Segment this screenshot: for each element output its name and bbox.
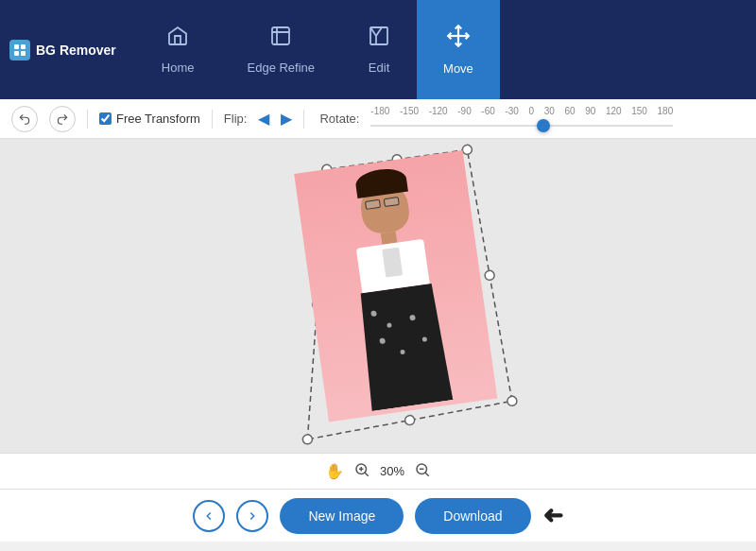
svg-point-11	[462, 145, 472, 155]
edge-refine-icon	[269, 25, 292, 53]
redo-button[interactable]	[49, 106, 76, 132]
tab-edit[interactable]: Edit	[341, 0, 417, 99]
tab-home[interactable]: Home	[135, 0, 221, 99]
rotate-ruler[interactable]: -180-150-120-90-60-300306090120150180	[370, 108, 673, 130]
hand-tool-button[interactable]: ✋	[325, 462, 344, 480]
svg-point-15	[484, 270, 494, 281]
divider-2	[212, 110, 213, 129]
flip-label: Flip:	[224, 112, 248, 126]
tab-move-label: Move	[443, 61, 473, 76]
nav-tabs: Home Edge Refine Edit	[135, 0, 500, 99]
zoom-value: 30%	[380, 464, 404, 478]
tab-edge-refine-label: Edge Refine	[248, 60, 316, 75]
prev-button[interactable]	[193, 500, 225, 532]
undo-button[interactable]	[11, 106, 38, 132]
rotate-label: Rotate:	[319, 112, 359, 126]
free-transform-label: Free Transform	[116, 112, 200, 126]
tab-home-label: Home	[162, 60, 195, 75]
zoom-bar: ✋ 30%	[0, 453, 756, 489]
svg-rect-3	[21, 51, 26, 56]
home-icon	[166, 25, 189, 53]
rotate-thumb[interactable]	[537, 119, 550, 132]
svg-point-12	[507, 396, 517, 406]
image-content	[294, 150, 497, 422]
download-button[interactable]: Download	[415, 498, 530, 534]
free-transform-checkbox[interactable]: Free Transform	[99, 112, 200, 126]
edit-icon	[368, 25, 390, 53]
svg-rect-4	[272, 27, 289, 44]
divider-3	[303, 110, 304, 129]
tab-edge-refine[interactable]: Edge Refine	[221, 0, 342, 99]
nav-bar: BG Remover Home Edge Refine	[0, 0, 756, 99]
svg-line-23	[425, 473, 429, 476]
bottom-bar: New Image Download ➜	[0, 489, 756, 542]
logo-icon	[9, 40, 30, 60]
next-button[interactable]	[236, 500, 268, 532]
rotate-tick-labels: -180-150-120-90-60-300306090120150180	[370, 106, 673, 116]
svg-point-9	[302, 434, 313, 444]
arrow-hint-icon: ➜	[542, 501, 563, 530]
free-transform-input[interactable]	[99, 112, 112, 125]
svg-point-16	[404, 415, 415, 425]
app-logo: BG Remover	[9, 40, 116, 60]
svg-rect-0	[14, 44, 19, 49]
toolbar: Free Transform Flip: ◀ ▶ Rotate: -180-15…	[0, 99, 756, 139]
transform-container[interactable]	[232, 139, 524, 453]
svg-line-20	[365, 473, 369, 476]
new-image-button[interactable]: New Image	[280, 498, 404, 534]
flip-horizontal-button[interactable]: ◀	[258, 110, 269, 128]
canvas-area	[0, 139, 756, 453]
svg-rect-1	[21, 44, 26, 49]
tab-edit-label: Edit	[369, 60, 389, 75]
app-title: BG Remover	[36, 43, 116, 58]
zoom-out-button[interactable]	[414, 461, 431, 482]
flip-vertical-button[interactable]: ▶	[281, 110, 292, 128]
divider-1	[87, 110, 88, 129]
move-icon	[446, 24, 471, 54]
tab-move[interactable]: Move	[417, 0, 500, 99]
zoom-in-button[interactable]	[353, 461, 370, 482]
svg-rect-2	[14, 51, 19, 56]
